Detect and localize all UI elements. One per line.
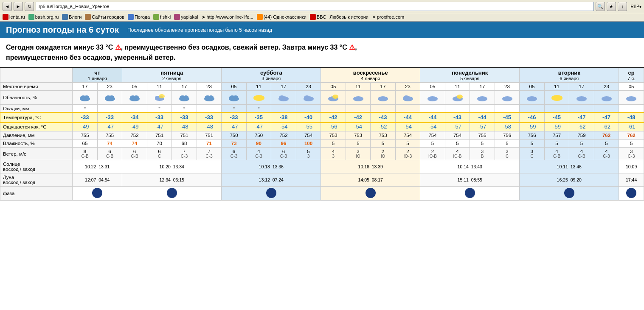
cloud-13 bbox=[395, 91, 420, 105]
day-thu: чт 1 января bbox=[73, 68, 122, 83]
hum-20: 5 bbox=[569, 140, 594, 148]
precip-3: * bbox=[147, 105, 172, 113]
wind-14: 2Ю-В bbox=[420, 148, 445, 160]
hum-17: 5 bbox=[495, 140, 520, 148]
bookmark-online-life[interactable]: ➤ http://www.online-life... bbox=[202, 14, 253, 20]
pres-6: 750 bbox=[222, 131, 247, 140]
wind-10: 4З bbox=[321, 148, 346, 160]
time-7: 11 bbox=[246, 83, 271, 91]
feels-16: -57 bbox=[470, 122, 495, 131]
address-bar[interactable] bbox=[36, 2, 594, 11]
svg-point-37 bbox=[502, 96, 512, 101]
pres-8: 752 bbox=[271, 131, 296, 140]
pres-7: 750 bbox=[246, 131, 271, 140]
temp-4: -33 bbox=[172, 113, 197, 122]
moon-wed: 17:44 bbox=[619, 173, 644, 187]
pres-17: 756 bbox=[495, 131, 520, 140]
bookmark-history[interactable]: Любовь к истории bbox=[329, 14, 368, 20]
feels-1: -47 bbox=[97, 122, 122, 131]
cloud-7 bbox=[246, 91, 271, 105]
forward-button[interactable]: ► bbox=[14, 2, 23, 11]
precip-label: Осадки, мм bbox=[0, 105, 73, 113]
bookmark-odnoklassniki[interactable]: (44) Одноклассники bbox=[257, 14, 307, 20]
cloud-18 bbox=[520, 91, 545, 105]
wind-1: 6С-В bbox=[97, 148, 122, 160]
precip-4: * bbox=[172, 105, 197, 113]
sun-sat: 10:18 13:36 bbox=[222, 160, 321, 173]
day-header-row: чт 1 января пятница 2 января суббота 3 я… bbox=[0, 68, 644, 83]
cloud-5 bbox=[197, 91, 222, 105]
temp-22: -48 bbox=[619, 113, 644, 122]
cloud-15 bbox=[445, 91, 470, 105]
feels-2: -49 bbox=[122, 122, 147, 131]
bookmark-cities[interactable]: Сайты городов bbox=[85, 14, 124, 20]
bookmark-proxfree[interactable]: ✕ proxfree.com bbox=[372, 14, 404, 20]
svg-point-30 bbox=[378, 96, 388, 101]
svg-point-5 bbox=[109, 95, 114, 99]
bookmark-fishki[interactable]: fishki bbox=[153, 14, 171, 20]
time-13: 23 bbox=[395, 83, 420, 91]
wind-12: 2Ю bbox=[371, 148, 396, 160]
pres-16: 755 bbox=[470, 131, 495, 140]
hum-14: 5 bbox=[420, 140, 445, 148]
svg-point-8 bbox=[134, 95, 139, 99]
svg-point-24 bbox=[279, 95, 285, 100]
time-17: 23 bbox=[495, 83, 520, 91]
hum-13: 5 bbox=[395, 140, 420, 148]
time-0: 17 bbox=[73, 83, 98, 91]
precip-9 bbox=[296, 105, 321, 113]
feels-10: -56 bbox=[321, 122, 346, 131]
cloud-8 bbox=[271, 91, 296, 105]
time-18: 05 bbox=[520, 83, 545, 91]
time-1: 23 bbox=[97, 83, 122, 91]
hum-11: 5 bbox=[346, 140, 371, 148]
hum-16: 5 bbox=[470, 140, 495, 148]
temp-5: -33 bbox=[197, 113, 222, 122]
temp-9: -40 bbox=[296, 113, 321, 122]
moon-icon-wed bbox=[626, 188, 636, 198]
precip-2 bbox=[122, 105, 147, 113]
wind-9: 5З bbox=[296, 148, 321, 160]
bookmark-button[interactable]: ★ bbox=[607, 2, 616, 11]
feels-5: -48 bbox=[197, 122, 222, 131]
cloud-4 bbox=[172, 91, 197, 105]
pres-1: 755 bbox=[97, 131, 122, 140]
refresh-button[interactable]: ↻ bbox=[25, 2, 34, 11]
wind-17: 3С bbox=[495, 148, 520, 160]
hum-8: 96 bbox=[271, 140, 296, 148]
svg-point-21 bbox=[233, 95, 238, 99]
temp-13: -44 bbox=[395, 113, 420, 122]
phase-wed bbox=[619, 187, 644, 201]
bookmark-bash[interactable]: bash.org.ru bbox=[28, 14, 59, 20]
hum-3: 70 bbox=[147, 140, 172, 148]
moon-label: Лунавосход / заход bbox=[0, 173, 73, 187]
download-button[interactable]: ↓ bbox=[618, 2, 627, 11]
search-button[interactable]: 🔍 bbox=[596, 2, 605, 11]
sun-mon: 10:14 13:43 bbox=[420, 160, 520, 173]
precip-22 bbox=[619, 105, 644, 113]
phase-thu bbox=[73, 187, 122, 201]
feels-22: -61 bbox=[619, 122, 644, 131]
hum-21: 5 bbox=[594, 140, 619, 148]
moon-sat: 13:12 07:24 bbox=[222, 173, 321, 187]
bookmark-blogs[interactable]: Блоги bbox=[62, 14, 82, 20]
bookmark-weather[interactable]: Погода bbox=[128, 14, 150, 20]
back-button[interactable]: ◄ bbox=[3, 2, 12, 11]
precip-6: * bbox=[222, 105, 247, 113]
hum-7: 90 bbox=[246, 140, 271, 148]
wind-row: Ветер, м/с 8С-В 6С-В 6С-В 6С 7С-З 7С-З 6… bbox=[0, 148, 644, 160]
day-sat: суббота 3 января bbox=[222, 68, 321, 83]
hum-12: 5 bbox=[371, 140, 396, 148]
time-4: 17 bbox=[172, 83, 197, 91]
bookmark-lenta[interactable]: lenta.ru bbox=[3, 14, 25, 20]
bookmark-yaplakal[interactable]: yaplakal bbox=[174, 14, 198, 20]
cloud-2 bbox=[122, 91, 147, 105]
precip-19 bbox=[544, 105, 569, 113]
feels-13: -54 bbox=[395, 122, 420, 131]
wind-2: 6С-В bbox=[122, 148, 147, 160]
hum-22: 5 bbox=[619, 140, 644, 148]
summary-text-2: преимущественно без осадков, умеренный в… bbox=[6, 54, 176, 61]
bookmark-bbc[interactable]: BBC bbox=[310, 14, 326, 20]
svg-point-35 bbox=[457, 95, 463, 99]
cloud-14 bbox=[420, 91, 445, 105]
